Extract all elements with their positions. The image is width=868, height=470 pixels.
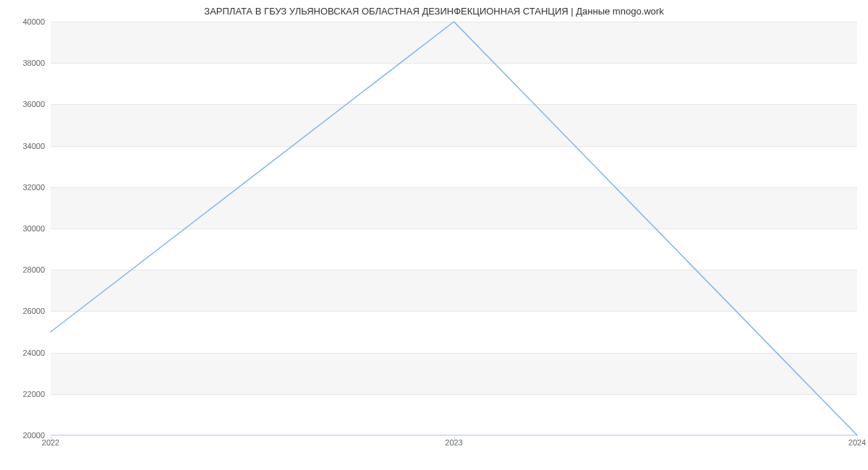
y-tick-label: 20000 — [5, 431, 45, 440]
chart-title: ЗАРПЛАТА В ГБУЗ УЛЬЯНОВСКАЯ ОБЛАСТНАЯ ДЕ… — [0, 6, 868, 17]
y-tick-label: 22000 — [5, 390, 45, 398]
y-tick-label: 26000 — [5, 307, 45, 315]
y-tick-label: 34000 — [5, 142, 45, 150]
series-line — [51, 22, 857, 435]
y-tick-label: 36000 — [5, 100, 45, 108]
y-gridline — [51, 435, 857, 436]
y-tick-label: 24000 — [5, 349, 45, 357]
x-tick-label: 2022 — [42, 438, 59, 447]
plot-area[interactable] — [51, 22, 857, 435]
chart-container: ЗАРПЛАТА В ГБУЗ УЛЬЯНОВСКАЯ ОБЛАСТНАЯ ДЕ… — [0, 0, 868, 470]
x-tick-label: 2023 — [445, 438, 462, 447]
y-tick-label: 40000 — [5, 17, 45, 26]
y-tick-label: 38000 — [5, 59, 45, 67]
x-tick-label: 2024 — [848, 438, 866, 447]
y-tick-label: 28000 — [5, 265, 45, 274]
y-tick-label: 30000 — [5, 224, 45, 233]
y-tick-label: 32000 — [5, 183, 45, 192]
